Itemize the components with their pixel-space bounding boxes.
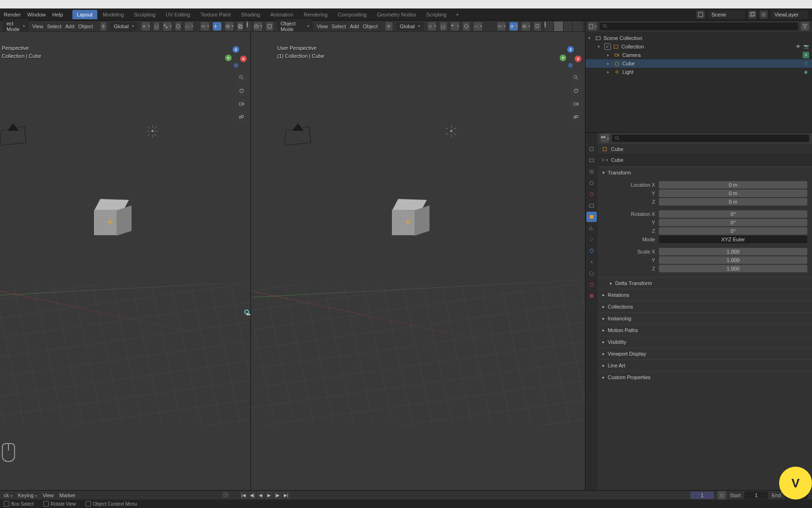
- pan-icon[interactable]: [236, 86, 247, 96]
- tab-physics-icon[interactable]: [586, 246, 597, 256]
- play-icon[interactable]: ▶: [265, 492, 273, 499]
- light-object-r[interactable]: [445, 125, 457, 136]
- transform-orientation-icon[interactable]: [101, 22, 106, 31]
- shading-solid-r[interactable]: [554, 22, 563, 31]
- panel-collections[interactable]: ▸Collections: [598, 301, 812, 312]
- panel-delta-transform[interactable]: ▸Delta Transform: [598, 277, 812, 289]
- add-workspace-button[interactable]: +: [452, 10, 462, 19]
- tree-collection[interactable]: ▾ ✓ Collection 👁 📷: [586, 42, 812, 51]
- menu-view[interactable]: View: [32, 24, 44, 29]
- pivot-icon[interactable]: [141, 22, 150, 31]
- gizmo-x-axis[interactable]: X: [240, 56, 247, 62]
- light-data-icon[interactable]: ◉: [803, 69, 809, 75]
- mode-dropdown[interactable]: ect Mode: [3, 19, 29, 33]
- menu-select[interactable]: Select: [47, 24, 62, 29]
- orientation-dropdown[interactable]: Global: [110, 22, 138, 31]
- jump-to-end-icon[interactable]: ▶|: [282, 492, 290, 499]
- tab-compositing[interactable]: Compositing: [333, 10, 371, 19]
- mode-dropdown-right[interactable]: Object Mode: [277, 19, 313, 33]
- tree-item-camera[interactable]: ▸ Camera ▾: [586, 51, 812, 59]
- tab-output-icon[interactable]: [586, 155, 597, 166]
- pan-icon-r[interactable]: [571, 86, 581, 96]
- orient-icon-r[interactable]: [385, 22, 392, 31]
- scene-canvas-right[interactable]: [251, 32, 585, 490]
- gizmo-y-r[interactable]: Y: [560, 55, 566, 61]
- timeline-playback-menu[interactable]: ck: [4, 492, 12, 498]
- zoom-icon-r[interactable]: [571, 72, 581, 83]
- tab-texture-paint[interactable]: Texture Paint: [196, 10, 235, 19]
- scene-browse-icon[interactable]: [696, 10, 705, 19]
- tab-scene-icon[interactable]: [586, 178, 597, 188]
- jump-keyframe-fwd-icon[interactable]: |▶: [274, 492, 281, 499]
- scale-z-field[interactable]: 1.000: [659, 265, 807, 272]
- gizmo-neg-z[interactable]: [234, 63, 238, 68]
- viewlayer-browse-icon[interactable]: [759, 10, 768, 19]
- nav-gizmo-r[interactable]: Z Y X: [560, 47, 580, 68]
- scale-y-field[interactable]: 1.000: [659, 256, 807, 264]
- menu-render[interactable]: Render: [4, 12, 21, 17]
- editor-type-icon[interactable]: [254, 22, 262, 31]
- exclude-icon[interactable]: 👁: [795, 43, 801, 50]
- rotation-mode-dropdown[interactable]: XYZ Euler: [659, 236, 807, 243]
- tab-constraints-icon[interactable]: [586, 257, 597, 267]
- gizmo-icon-r[interactable]: [509, 22, 518, 31]
- viewport-right[interactable]: Object Mode View Select Add Object Globa…: [251, 21, 586, 490]
- orientation-dropdown-r[interactable]: Global: [396, 22, 424, 31]
- overlay-icon-r[interactable]: [522, 22, 530, 31]
- panel-custom-properties[interactable]: ▸Custom Properties: [598, 371, 812, 383]
- proportional-edit-r[interactable]: [463, 22, 470, 31]
- mesh-datablock-icon[interactable]: [601, 157, 608, 163]
- menu-add[interactable]: Add: [65, 24, 75, 29]
- panel-viewport-display[interactable]: ▸Viewport Display: [598, 348, 812, 359]
- cube-object[interactable]: [94, 206, 124, 236]
- panel-motion-paths[interactable]: ▸Motion Paths: [598, 324, 812, 336]
- gizmo-y-axis[interactable]: Y: [225, 55, 232, 61]
- tab-texture-icon[interactable]: [586, 291, 597, 301]
- xray-icon-r[interactable]: [534, 22, 541, 31]
- preview-range-icon[interactable]: [718, 491, 726, 500]
- gizmo-x-r[interactable]: X: [575, 56, 581, 62]
- tab-data-mesh-icon[interactable]: [586, 268, 597, 278]
- location-x-field[interactable]: 0 m: [659, 181, 807, 189]
- shading-matprev-r[interactable]: [563, 22, 573, 31]
- menu-add-r[interactable]: Add: [350, 24, 359, 29]
- tree-root[interactable]: ▾ Scene Collection: [586, 34, 812, 42]
- jump-keyframe-back-icon[interactable]: ◀|: [249, 492, 256, 499]
- panel-transform[interactable]: ▾Transform: [598, 167, 812, 178]
- play-reverse-icon[interactable]: ◀: [257, 492, 265, 499]
- rotation-x-field[interactable]: 0°: [659, 210, 807, 218]
- gizmo-negz-r[interactable]: [568, 63, 573, 68]
- panel-instancing[interactable]: ▸Instancing: [598, 312, 812, 324]
- menu-help[interactable]: Help: [52, 12, 63, 17]
- tab-particles-icon[interactable]: [586, 234, 597, 245]
- tab-rendering[interactable]: Rendering: [299, 10, 332, 19]
- outliner-search-input[interactable]: [600, 23, 798, 30]
- tab-viewlayer-icon[interactable]: [586, 167, 597, 177]
- tab-collection-icon[interactable]: [586, 200, 597, 211]
- shading-rendered-r[interactable]: [573, 22, 582, 31]
- menu-window[interactable]: Window: [27, 12, 46, 17]
- gizmo-z-axis[interactable]: Z: [233, 46, 239, 53]
- cube-object-r[interactable]: [392, 206, 422, 236]
- properties-search-input[interactable]: [612, 135, 809, 142]
- tab-material-icon[interactable]: [586, 279, 597, 290]
- menu-object-r[interactable]: Object: [363, 24, 378, 29]
- tree-item-light[interactable]: ▸ Light ◉: [586, 68, 812, 76]
- persp-ortho-icon-r[interactable]: [571, 112, 581, 122]
- object-datablock-icon[interactable]: [601, 146, 608, 152]
- tab-sculpting[interactable]: Sculpting: [130, 10, 160, 19]
- proportional-falloff-r[interactable]: [474, 22, 482, 31]
- timeline-view-menu[interactable]: View: [43, 492, 54, 498]
- gizmo-icon[interactable]: [213, 22, 221, 31]
- persp-ortho-icon[interactable]: [236, 112, 247, 122]
- panel-relations[interactable]: ▸Relations: [598, 289, 812, 301]
- tab-animation[interactable]: Animation: [265, 10, 298, 19]
- snap-dropdown-r[interactable]: [451, 22, 459, 31]
- menu-view-r[interactable]: View: [317, 24, 328, 29]
- outliner-filter-icon[interactable]: [801, 22, 809, 31]
- proportional-edit-icon[interactable]: [175, 22, 181, 31]
- current-frame-field[interactable]: 1: [690, 492, 714, 499]
- tab-shading[interactable]: Shading: [236, 10, 265, 19]
- rotation-y-field[interactable]: 0°: [659, 219, 807, 226]
- tab-modeling[interactable]: Modeling: [98, 10, 129, 19]
